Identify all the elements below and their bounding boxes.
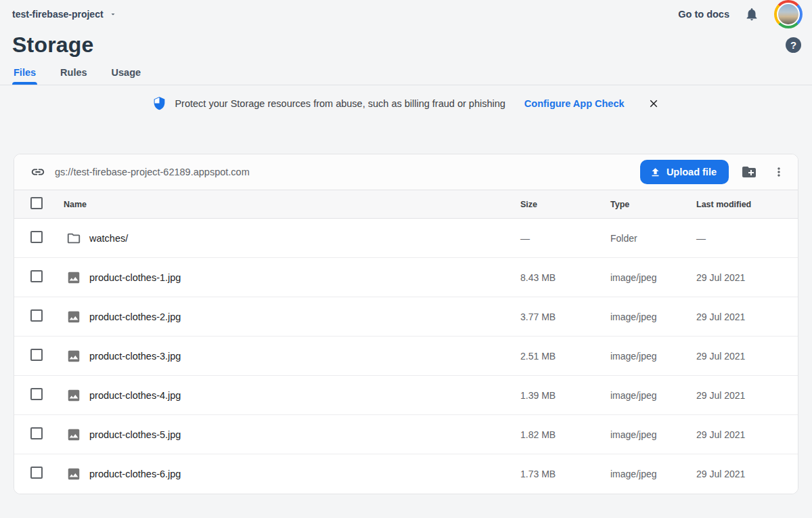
row-checkbox[interactable] bbox=[30, 388, 43, 400]
image-icon bbox=[66, 270, 81, 285]
tab-rules[interactable]: Rules bbox=[60, 67, 87, 85]
image-icon bbox=[66, 309, 81, 324]
bell-icon[interactable] bbox=[744, 7, 759, 22]
title-row: Storage ? bbox=[0, 28, 812, 58]
avatar[interactable] bbox=[774, 0, 803, 28]
file-modified: 29 Jul 2021 bbox=[696, 351, 798, 362]
project-name: test-firebase-project bbox=[12, 9, 104, 20]
upload-icon bbox=[650, 167, 661, 178]
file-size: 1.39 MB bbox=[520, 390, 610, 401]
file-type: image/jpeg bbox=[610, 429, 696, 440]
table-row[interactable]: product-clothes-1.jpg 8.43 MB image/jpeg… bbox=[14, 258, 798, 297]
file-modified: 29 Jul 2021 bbox=[696, 272, 798, 283]
upload-file-button[interactable]: Upload file bbox=[640, 160, 729, 184]
file-type: image/jpeg bbox=[610, 351, 696, 362]
kebab-menu-icon[interactable] bbox=[769, 163, 788, 181]
row-checkbox[interactable] bbox=[30, 309, 43, 322]
file-type: image/jpeg bbox=[610, 469, 696, 479]
row-checkbox[interactable] bbox=[30, 427, 43, 439]
tab-bar: Files Rules Usage bbox=[0, 58, 812, 85]
file-type: image/jpeg bbox=[610, 390, 696, 401]
table-header: Name Size Type Last modified bbox=[14, 190, 798, 219]
file-size: 3.77 MB bbox=[520, 311, 610, 322]
bucket-toolbar: gs://test-firebase-project-62189.appspot… bbox=[14, 154, 798, 190]
file-size: 2.51 MB bbox=[520, 351, 610, 362]
table-row[interactable]: watches/ — Folder — bbox=[14, 219, 798, 258]
app-check-banner: Protect your Storage resources from abus… bbox=[0, 85, 812, 120]
file-size: — bbox=[520, 233, 610, 244]
table-row[interactable]: product-clothes-6.jpg 1.73 MB image/jpeg… bbox=[14, 454, 798, 494]
file-size: 1.73 MB bbox=[520, 469, 610, 479]
file-modified: 29 Jul 2021 bbox=[696, 390, 798, 401]
upload-file-label: Upload file bbox=[667, 167, 717, 177]
select-all-checkbox[interactable] bbox=[30, 197, 43, 209]
file-modified: — bbox=[696, 233, 798, 244]
file-modified: 29 Jul 2021 bbox=[696, 429, 798, 440]
file-name: product-clothes-5.jpg bbox=[89, 429, 181, 440]
page-title: Storage bbox=[12, 33, 94, 58]
row-checkbox[interactable] bbox=[30, 270, 43, 282]
link-icon bbox=[30, 165, 45, 179]
file-type: image/jpeg bbox=[610, 311, 696, 322]
configure-app-check-link[interactable]: Configure App Check bbox=[524, 98, 625, 109]
storage-browser-card: gs://test-firebase-project-62189.appspot… bbox=[14, 154, 798, 494]
tab-usage[interactable]: Usage bbox=[112, 67, 141, 85]
image-icon bbox=[66, 467, 81, 481]
image-icon bbox=[66, 349, 81, 364]
caret-down-icon bbox=[109, 10, 117, 18]
image-icon bbox=[66, 427, 81, 442]
shield-icon bbox=[152, 96, 166, 110]
go-to-docs-link[interactable]: Go to docs bbox=[678, 9, 729, 20]
table-row[interactable]: product-clothes-3.jpg 2.51 MB image/jpeg… bbox=[14, 337, 798, 376]
tab-files[interactable]: Files bbox=[14, 67, 36, 85]
column-header-name: Name bbox=[64, 200, 520, 209]
file-modified: 29 Jul 2021 bbox=[696, 311, 798, 322]
file-name: product-clothes-3.jpg bbox=[89, 351, 181, 362]
image-icon bbox=[66, 388, 81, 403]
help-icon[interactable]: ? bbox=[786, 37, 801, 53]
file-type: Folder bbox=[610, 233, 696, 244]
row-checkbox[interactable] bbox=[30, 349, 43, 361]
file-size: 8.43 MB bbox=[520, 272, 610, 283]
table-row[interactable]: product-clothes-2.jpg 3.77 MB image/jpeg… bbox=[14, 297, 798, 337]
file-name: product-clothes-2.jpg bbox=[89, 311, 181, 322]
file-name: product-clothes-1.jpg bbox=[89, 272, 181, 283]
file-size: 1.82 MB bbox=[520, 429, 610, 440]
create-folder-icon[interactable] bbox=[738, 161, 760, 183]
banner-message: Protect your Storage resources from abus… bbox=[175, 98, 505, 109]
file-modified: 29 Jul 2021 bbox=[696, 469, 798, 479]
table-row[interactable]: product-clothes-5.jpg 1.82 MB image/jpeg… bbox=[14, 415, 798, 454]
topbar: test-firebase-project Go to docs bbox=[0, 0, 812, 28]
project-switcher[interactable]: test-firebase-project bbox=[12, 9, 117, 20]
file-name: product-clothes-6.jpg bbox=[89, 469, 181, 479]
row-checkbox[interactable] bbox=[30, 231, 43, 243]
column-header-modified: Last modified bbox=[696, 200, 798, 209]
file-name: watches/ bbox=[89, 233, 128, 244]
row-checkbox[interactable] bbox=[30, 467, 43, 479]
avatar-photo bbox=[777, 3, 800, 26]
file-type: image/jpeg bbox=[610, 272, 696, 283]
table-row[interactable]: product-clothes-4.jpg 1.39 MB image/jpeg… bbox=[14, 376, 798, 415]
close-icon[interactable] bbox=[648, 98, 660, 110]
table-body: watches/ — Folder — product-clothes-1.jp… bbox=[14, 219, 798, 494]
file-name: product-clothes-4.jpg bbox=[89, 390, 181, 401]
folder-icon bbox=[66, 231, 81, 246]
bucket-url: gs://test-firebase-project-62189.appspot… bbox=[55, 167, 250, 177]
column-header-type: Type bbox=[610, 200, 696, 209]
column-header-size: Size bbox=[520, 200, 610, 209]
